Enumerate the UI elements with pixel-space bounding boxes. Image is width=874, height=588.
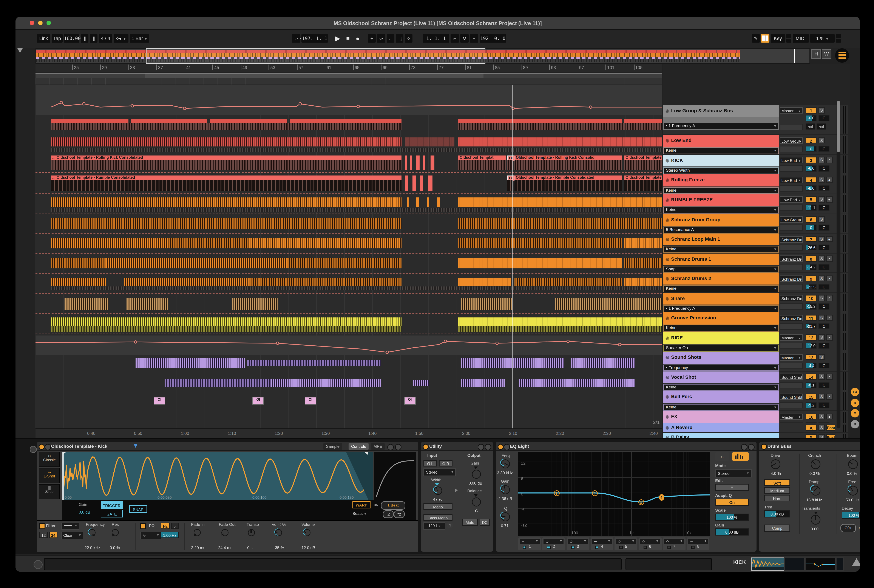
- solo-button[interactable]: S: [818, 275, 825, 282]
- audition-headphone-button[interactable]: ∩: [715, 452, 730, 460]
- fold-icon[interactable]: [485, 444, 491, 450]
- track-device-selector[interactable]: Speaker On▼: [663, 345, 779, 352]
- volume-value[interactable]: -9.2: [806, 402, 817, 408]
- track-number[interactable]: 12: [806, 334, 817, 340]
- delay-show-button[interactable]: D: [851, 420, 859, 428]
- res-value[interactable]: 0.0 %: [110, 545, 120, 550]
- lane-rumble-freeze[interactable]: ... Oldschool Template - Rumble Consolid…: [36, 175, 662, 195]
- wrench-icon[interactable]: [478, 444, 484, 450]
- drum-buss-title-bar[interactable]: Drum Buss: [759, 442, 860, 451]
- sample-waveform-display[interactable]: 0:00 0:00:050 0:00:100 0:00:150: [62, 452, 373, 500]
- track-name[interactable]: ◉Schranz Drums 2: [663, 273, 779, 285]
- device-chain-icon[interactable]: [30, 446, 37, 453]
- follow-button[interactable]: →⋯: [292, 34, 300, 42]
- quantize-menu[interactable]: 1 Bar ▼: [130, 34, 149, 42]
- output-routing-menu[interactable]: Schranz Dru▼: [779, 295, 803, 302]
- lfo-sync-button[interactable]: ♪: [171, 523, 179, 529]
- band-filter-type-menu[interactable]: ◇ ▼: [664, 538, 684, 544]
- trigger-button[interactable]: TRIGGER: [101, 501, 123, 509]
- volume-value[interactable]: 0: [806, 225, 817, 231]
- pan-value[interactable]: C: [818, 284, 829, 290]
- boom-audition-icon[interactable]: ∩: [857, 524, 860, 531]
- track-number[interactable]: 8: [806, 255, 817, 262]
- output-routing-menu[interactable]: Sound Shots▼: [779, 394, 803, 400]
- band-enable-checkbox[interactable]: [691, 546, 695, 549]
- mode-menu[interactable]: Stereo▼: [715, 469, 752, 477]
- mono-button[interactable]: Mono: [423, 503, 452, 510]
- status-field-1[interactable]: [44, 558, 622, 570]
- wrench-icon[interactable]: [741, 444, 748, 450]
- track-fold-icon[interactable]: ◉: [665, 197, 669, 202]
- fade-out-handle[interactable]: [364, 452, 368, 455]
- return-name[interactable]: ◉A Reverb: [663, 423, 779, 432]
- lane-groove-percussion[interactable]: [36, 295, 662, 315]
- fade-in-handle[interactable]: [63, 452, 66, 455]
- track-fold-icon[interactable]: ◉: [665, 296, 669, 300]
- solo-button[interactable]: S: [818, 413, 825, 420]
- lane-schranz-drum-group[interactable]: [36, 195, 662, 214]
- track-number[interactable]: 9: [806, 275, 817, 282]
- solo-button[interactable]: S: [818, 295, 825, 301]
- track-name[interactable]: ◉Schranz Drum Group: [663, 214, 779, 226]
- solo-button[interactable]: S: [818, 394, 825, 400]
- track-name[interactable]: ◉Schranz Loop Main 1: [663, 234, 779, 245]
- eq-band-cell-6[interactable]: ◇ ▼6: [639, 537, 661, 550]
- volume-value[interactable]: -4.4: [806, 363, 817, 369]
- q-value[interactable]: 0.71: [501, 523, 509, 528]
- solo-button[interactable]: S: [818, 374, 825, 380]
- volume-value[interactable]: -6.0: [806, 115, 817, 121]
- hot-swap-icon[interactable]: [503, 444, 510, 450]
- output-routing-menu[interactable]: Low End▼: [779, 157, 803, 164]
- computer-midi-keyboard-button[interactable]: [761, 34, 769, 42]
- track-device-selector[interactable]: 5 Resonance A▼: [663, 226, 779, 233]
- track-name[interactable]: ◉Low Group & Schranz Bus: [663, 105, 779, 117]
- track-header-low-end[interactable]: ◉Low EndKeine▼Low Group &▼2S0C: [663, 135, 848, 154]
- midi-map-button[interactable]: MIDI: [793, 34, 809, 42]
- time-signature-field[interactable]: 4 / 4: [99, 34, 112, 42]
- decay-value[interactable]: 100 %: [842, 512, 860, 519]
- collapse-arrow-icon[interactable]: [455, 488, 458, 492]
- sample-start-handle[interactable]: [62, 452, 64, 500]
- solo-button[interactable]: S: [818, 137, 825, 144]
- track-header-schranz-drums-1[interactable]: ◉Schranz Drums 1Snap▼Schranz Dru▼8S◔-14.…: [663, 254, 848, 273]
- crunch-value[interactable]: 0.0 %: [809, 471, 820, 476]
- mixer-show-button[interactable]: M: [851, 409, 859, 417]
- lfo-rate-value[interactable]: 1.00 Hz: [161, 532, 178, 538]
- track-name[interactable]: ◉Sound Shots: [663, 352, 779, 364]
- pan-value[interactable]: C: [818, 115, 829, 121]
- cpu-meter[interactable]: 1 % ▼: [810, 34, 835, 42]
- track-number[interactable]: 1: [806, 107, 817, 114]
- pan-value[interactable]: C: [818, 343, 829, 349]
- mode-classic-button[interactable]: ↻Classic: [39, 452, 60, 467]
- drive-value[interactable]: 4.0 %: [771, 471, 781, 476]
- record-dot-icon[interactable]: ●: [826, 196, 832, 202]
- track-number[interactable]: 2: [806, 137, 817, 144]
- track-header-sound-shots[interactable]: ◉Sound Shots• Frequency▼Master▼13S-4.4C: [663, 352, 848, 371]
- track-fold-icon[interactable]: ◉: [665, 237, 669, 241]
- volume-value[interactable]: -8.1: [806, 382, 817, 388]
- track-number[interactable]: 10: [806, 295, 817, 301]
- track-fold-icon[interactable]: ◉: [665, 138, 669, 143]
- overview-viewport[interactable]: [146, 48, 485, 64]
- track-fold-icon[interactable]: ◉: [665, 256, 669, 261]
- slope-12-button[interactable]: 12: [39, 532, 48, 538]
- punch-out-button[interactable]: ⌐: [470, 34, 478, 42]
- freeze-icon[interactable]: ◔: [826, 394, 832, 400]
- wrench-icon[interactable]: [387, 444, 394, 450]
- output-routing-menu[interactable]: Schranz Dru▼: [779, 236, 803, 242]
- loop-length-field[interactable]: 192. 0. 0: [480, 34, 506, 42]
- track-header-rolling-freeze[interactable]: ◉Rolling FreezeKeine▼Low End▼4S●-8.0C: [663, 174, 848, 194]
- spectrum-toggle-button[interactable]: [732, 452, 749, 460]
- pan-value[interactable]: C: [818, 402, 829, 408]
- metronome-button[interactable]: ○● ▼: [114, 34, 128, 42]
- utility-title-bar[interactable]: Utility: [421, 442, 493, 451]
- solo-button[interactable]: S: [818, 107, 825, 114]
- nudge-up-button[interactable]: ||||: [90, 34, 98, 42]
- track-number[interactable]: 16: [806, 413, 817, 420]
- boom-note-display[interactable]: G0+: [841, 524, 856, 532]
- scale-value[interactable]: 100 %: [716, 514, 748, 520]
- volume-value[interactable]: -8.0: [806, 185, 817, 191]
- filter-toggle[interactable]: [39, 523, 45, 529]
- output-routing-menu[interactable]: Master▼: [779, 107, 803, 114]
- medium-button[interactable]: Medium: [764, 487, 790, 494]
